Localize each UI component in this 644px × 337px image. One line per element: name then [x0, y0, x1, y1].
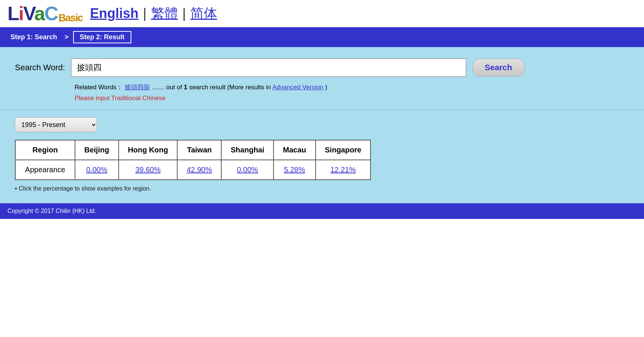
header: LiVaCBasic English | 繁體 | 简体 — [0, 0, 644, 27]
col-header-beijing: Beijing — [75, 140, 119, 160]
col-header-singapore: Singapore — [316, 140, 371, 160]
lang-simplified[interactable]: 简体 — [190, 4, 217, 23]
related-dots: …… — [152, 84, 165, 91]
col-header-taiwan: Taiwan — [177, 140, 221, 160]
col-header-hong-kong: Hong Kong — [119, 140, 178, 160]
related-close: ) — [325, 84, 328, 91]
lang-traditional[interactable]: 繁體 — [151, 4, 178, 23]
related-word-link[interactable]: 披頭四裝 — [125, 84, 150, 91]
related-count: 1 — [184, 84, 187, 91]
advanced-version-link[interactable]: Advanced Version — [272, 84, 323, 91]
stepbar: Step 1: Search > Step 2: Result — [0, 27, 644, 47]
related-prefix: Related Words： — [75, 84, 123, 91]
col-header-macau: Macau — [273, 140, 315, 160]
result-table: RegionBeijingHong KongTaiwanShanghaiMaca… — [15, 140, 371, 180]
error-message: Please input Traditional Chinese — [75, 95, 629, 102]
logo-V: V — [23, 3, 34, 24]
language-nav: English | 繁體 | 简体 — [90, 4, 217, 23]
search-row: Search Word: Search — [15, 58, 629, 77]
data-cell[interactable]: 42.90% — [177, 160, 221, 180]
percentage-link[interactable]: 12.21% — [331, 166, 356, 174]
footer: Copyright © 2017 Chilin (HK) Ltd. — [0, 203, 644, 219]
col-header-shanghai: Shanghai — [221, 140, 273, 160]
col-header-region: Region — [15, 140, 75, 160]
percentage-link[interactable]: 42.90% — [187, 166, 212, 174]
results-area: 1995 - Present1995 - 20002001 - 20052006… — [0, 109, 644, 203]
table-header-row: RegionBeijingHong KongTaiwanShanghaiMaca… — [15, 140, 371, 160]
lang-sep-2: | — [182, 6, 186, 21]
percentage-link[interactable]: 0.00% — [237, 166, 258, 174]
related-words-row: Related Words： 披頭四裝 …… out of 1 search r… — [75, 83, 629, 92]
step1[interactable]: Step 1: Search — [7, 32, 60, 43]
logo-i: i — [19, 3, 23, 24]
logo-c: C — [44, 3, 58, 24]
search-button[interactable]: Search — [472, 59, 524, 77]
footer-text: Copyright © 2017 Chilin (HK) Ltd. — [7, 208, 96, 214]
step2[interactable]: Step 2: Result — [73, 31, 131, 43]
data-cell[interactable]: 39.60% — [119, 160, 178, 180]
period-select[interactable]: 1995 - Present1995 - 20002001 - 20052006… — [15, 117, 97, 132]
data-cell[interactable]: 12.21% — [316, 160, 371, 180]
related-mid: out of — [166, 84, 184, 91]
search-label: Search Word: — [15, 63, 65, 72]
percentage-link[interactable]: 39.60% — [135, 166, 161, 174]
related-suffix: search result (More results in — [189, 84, 272, 91]
logo-L: L — [7, 3, 19, 24]
click-hint: • Click the percentage to show examples … — [15, 185, 629, 192]
search-input[interactable] — [71, 58, 466, 77]
logo: LiVaCBasic — [7, 4, 82, 23]
step-arrow: > — [65, 33, 69, 41]
row-label: Appearance — [15, 160, 75, 180]
percentage-link[interactable]: 0.00% — [86, 166, 107, 174]
logo-basic: Basic — [59, 12, 83, 24]
lang-english[interactable]: English — [90, 6, 138, 21]
lang-sep-1: | — [143, 6, 146, 21]
table-row: Appearance0.00%39.60%42.90%0.00%5.28%12.… — [15, 160, 371, 180]
logo-a: a — [34, 3, 44, 24]
percentage-link[interactable]: 5.28% — [284, 166, 305, 174]
search-area: Search Word: Search Related Words： 披頭四裝 … — [0, 47, 644, 109]
data-cell[interactable]: 5.28% — [273, 160, 315, 180]
data-cell[interactable]: 0.00% — [75, 160, 119, 180]
data-cell[interactable]: 0.00% — [221, 160, 273, 180]
